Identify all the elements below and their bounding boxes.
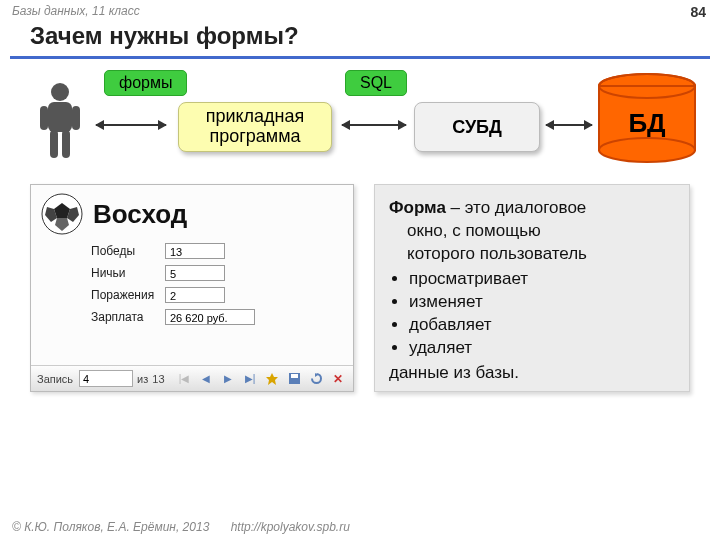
definition-term: Форма [389, 198, 446, 217]
arrow-app-dbms [342, 124, 406, 126]
app-label-line2: программа [209, 127, 300, 147]
svg-rect-17 [291, 374, 298, 378]
dbms-box: СУБД [414, 102, 540, 152]
bullet-view: просматривает [409, 268, 675, 291]
wins-field[interactable]: 13 [165, 243, 225, 259]
draws-field[interactable]: 5 [165, 265, 225, 281]
svg-marker-15 [266, 373, 278, 385]
footer-url: http://kpolyakov.spb.ru [231, 520, 350, 534]
application-box: прикладная программа [178, 102, 332, 152]
svg-rect-1 [48, 102, 72, 132]
database-label: БД [596, 108, 698, 139]
svg-rect-2 [40, 106, 48, 130]
last-record-icon[interactable]: ▶| [241, 370, 259, 388]
current-record-field[interactable] [79, 370, 133, 387]
record-label: Запись [37, 373, 73, 385]
arrow-dbms-db [546, 124, 592, 126]
bullet-edit: изменяет [409, 291, 675, 314]
page-number: 84 [690, 4, 706, 20]
soccer-ball-icon [41, 193, 83, 235]
footer: © К.Ю. Поляков, Е.А. Ерёмин, 2013 http:/… [12, 520, 350, 534]
record-navigator: Запись из 13 |◀ ◀ ▶ ▶| ✕ [31, 365, 353, 391]
definition-text-3: которого пользователь [389, 243, 675, 266]
bullet-add: добавляет [409, 314, 675, 337]
losses-field[interactable]: 2 [165, 287, 225, 303]
definition-text-2: окно, с помощью [389, 220, 675, 243]
definition-bullets: просматривает изменяет добавляет удаляет [389, 268, 675, 360]
of-label: из [137, 373, 148, 385]
salary-field[interactable]: 26 620 руб. [165, 309, 255, 325]
field-label: Зарплата [91, 310, 165, 324]
svg-rect-3 [72, 106, 80, 130]
title-underline [10, 56, 710, 59]
form-row: Победы 13 [91, 243, 343, 259]
save-record-icon[interactable] [285, 370, 303, 388]
refresh-icon[interactable] [307, 370, 325, 388]
copyright: © К.Ю. Поляков, Е.А. Ерёмин, 2013 [12, 520, 209, 534]
field-label: Победы [91, 244, 165, 258]
definition-intro: Форма – это диалоговое окно, с помощью к… [389, 197, 675, 266]
total-records: 13 [152, 373, 164, 385]
new-record-icon[interactable] [263, 370, 281, 388]
form-header: Восход [31, 185, 353, 241]
form-fields: Победы 13 Ничьи 5 Поражения 2 Зарплата 2… [31, 241, 353, 325]
page-title: Зачем нужны формы? [30, 22, 299, 50]
app-label-line1: прикладная [206, 107, 305, 127]
field-label: Поражения [91, 288, 165, 302]
prev-record-icon[interactable]: ◀ [197, 370, 215, 388]
forms-tag: формы [104, 70, 187, 96]
definition-panel: Форма – это диалоговое окно, с помощью к… [374, 184, 690, 392]
svg-point-0 [51, 83, 69, 101]
architecture-diagram: формы SQL прикладная программа СУБД БД [30, 66, 700, 176]
arrow-user-app [96, 124, 166, 126]
bullet-delete: удаляет [409, 337, 675, 360]
form-title: Восход [93, 199, 187, 230]
course-header: Базы данных, 11 класс [12, 4, 140, 18]
sql-tag: SQL [345, 70, 407, 96]
svg-point-8 [599, 138, 695, 162]
form-row: Зарплата 26 620 руб. [91, 309, 343, 325]
example-form-window: Восход Победы 13 Ничьи 5 Поражения 2 Зар… [30, 184, 354, 392]
definition-text-1: – это диалоговое [446, 198, 586, 217]
form-row: Поражения 2 [91, 287, 343, 303]
svg-rect-4 [50, 130, 58, 158]
user-icon [36, 82, 84, 160]
delete-record-icon[interactable]: ✕ [329, 370, 347, 388]
form-row: Ничьи 5 [91, 265, 343, 281]
svg-rect-5 [62, 130, 70, 158]
field-label: Ничьи [91, 266, 165, 280]
first-record-icon[interactable]: |◀ [175, 370, 193, 388]
next-record-icon[interactable]: ▶ [219, 370, 237, 388]
definition-outro: данные из базы. [389, 362, 675, 385]
